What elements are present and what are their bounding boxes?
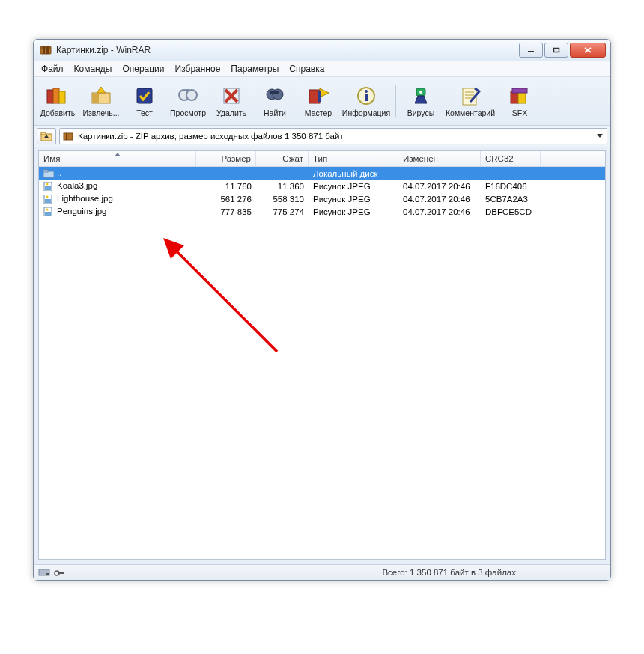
file-row[interactable]: Koala3.jpg11 76011 360Рисунок JPEG04.07.…: [39, 180, 605, 192]
tb-sfx[interactable]: SFX: [499, 82, 541, 120]
cell-size: 11 760: [196, 182, 256, 191]
column-header-packed[interactable]: Сжат: [256, 151, 309, 166]
svg-rect-8: [47, 90, 53, 103]
path-combo[interactable]: Картинки.zip - ZIP архив, размер исходны…: [59, 128, 607, 144]
menubar: Файл Команды Операции Избранное Параметр…: [34, 61, 610, 77]
menu-file[interactable]: Файл: [41, 64, 64, 74]
books-icon: [46, 85, 70, 107]
close-button[interactable]: [570, 43, 606, 58]
tb-add-label: Добавить: [40, 109, 75, 117]
info-icon: [354, 85, 378, 107]
svg-rect-24: [309, 90, 320, 103]
wizard-icon: [306, 85, 330, 107]
tb-extract-label: Извлечь...: [82, 109, 119, 117]
pathbar: Картинки.zip - ZIP архив, размер исходны…: [34, 126, 610, 147]
tb-delete[interactable]: Удалить: [210, 82, 252, 120]
view-icon: [176, 85, 200, 107]
svg-point-31: [419, 91, 422, 94]
tb-view-label: Просмотр: [170, 109, 206, 117]
file-list: ИмяРазмерСжатТипИзменёнCRC32 ..Локальный…: [38, 150, 606, 560]
cell-name: ..: [39, 168, 196, 178]
file-rows: ..Локальный дискKoala3.jpg11 76011 360Ри…: [39, 167, 605, 559]
menu-tools[interactable]: Операции: [122, 64, 164, 74]
parent-dir-row[interactable]: ..Локальный диск: [39, 167, 605, 180]
tb-virus-label: Вирусы: [407, 109, 435, 117]
cell-packed: 775 274: [256, 207, 309, 216]
cell-packed: 11 360: [256, 182, 309, 191]
tb-find[interactable]: Найти: [254, 82, 296, 120]
minimize-button[interactable]: [519, 43, 543, 58]
svg-rect-1: [40, 46, 51, 49]
svg-point-16: [186, 90, 197, 100]
archive-icon: [63, 131, 73, 141]
svg-rect-43: [66, 133, 67, 140]
column-header-size[interactable]: Размер: [196, 151, 256, 166]
window-title: Картинки.zip - WinRAR: [56, 45, 151, 55]
column-header-row: ИмяРазмерСжатТипИзменёнCRC32: [39, 151, 605, 167]
tb-add[interactable]: Добавить: [37, 82, 79, 120]
find-icon: [263, 85, 287, 107]
up-button[interactable]: [37, 128, 56, 144]
toolbar-separator: [395, 85, 396, 117]
svg-point-28: [365, 90, 368, 93]
tb-find-label: Найти: [264, 109, 286, 117]
svg-rect-10: [59, 91, 65, 103]
sort-asc-icon: [115, 153, 121, 156]
cell-packed: 558 310: [256, 195, 309, 204]
tb-extract[interactable]: Извлечь...: [80, 82, 122, 120]
cell-modified: 04.07.2017 20:46: [398, 195, 481, 204]
status-total: Всего: 1 350 871 байт в 3 файлах: [382, 568, 516, 577]
maximize-button[interactable]: [544, 43, 568, 58]
column-header-modified[interactable]: Изменён: [398, 151, 481, 166]
chevron-down-icon[interactable]: [595, 130, 605, 142]
virus-icon: [409, 85, 433, 107]
tb-sfx-label: SFX: [512, 109, 527, 117]
column-header-crc[interactable]: CRC32: [481, 151, 541, 166]
tb-wizard[interactable]: Мастер: [297, 82, 339, 120]
cell-crc: F16DC406: [481, 182, 541, 191]
file-row[interactable]: Penguins.jpg777 835775 274Рисунок JPEG04…: [39, 205, 605, 218]
cell-type: Рисунок JPEG: [309, 195, 398, 204]
menu-options[interactable]: Параметры: [231, 64, 279, 74]
column-header-name[interactable]: Имя: [39, 151, 196, 166]
svg-point-56: [46, 208, 49, 210]
svg-point-53: [46, 195, 49, 198]
tb-wizard-label: Мастер: [305, 109, 332, 117]
svg-rect-13: [93, 94, 99, 103]
disk-icon: [38, 568, 50, 577]
svg-point-50: [46, 183, 49, 185]
tb-test[interactable]: Тест: [124, 82, 165, 120]
file-row[interactable]: Lighthouse.jpg561 276558 310Рисунок JPEG…: [39, 192, 605, 205]
app-icon: [40, 44, 52, 56]
comment-icon: [458, 85, 482, 107]
image-file-icon: [43, 195, 54, 204]
svg-rect-29: [365, 94, 368, 101]
svg-rect-14: [137, 88, 152, 103]
titlebar: Картинки.zip - WinRAR: [34, 40, 610, 61]
tb-delete-label: Удалить: [216, 109, 246, 117]
svg-rect-23: [270, 91, 279, 94]
cell-type: Рисунок JPEG: [309, 182, 398, 191]
tb-comment-label: Комментарий: [446, 109, 495, 117]
svg-rect-60: [58, 572, 64, 574]
tb-view[interactable]: Просмотр: [167, 82, 209, 120]
column-header-type[interactable]: Тип: [309, 151, 398, 166]
tb-info[interactable]: Информация: [341, 82, 392, 120]
tb-test-label: Тест: [136, 109, 153, 117]
menu-favorites[interactable]: Избранное: [175, 64, 221, 74]
image-file-icon: [43, 207, 54, 216]
svg-rect-5: [554, 49, 559, 52]
svg-rect-42: [64, 133, 73, 140]
cell-type: Локальный диск: [309, 169, 398, 178]
delete-icon: [219, 85, 243, 107]
svg-rect-26: [318, 91, 321, 102]
tb-comment[interactable]: Комментарий: [443, 82, 497, 120]
menu-commands[interactable]: Команды: [74, 64, 112, 74]
tb-virus[interactable]: Вирусы: [400, 82, 442, 120]
menu-help[interactable]: Справка: [289, 64, 324, 74]
cell-crc: DBFCE5CD: [481, 207, 541, 216]
svg-rect-3: [46, 46, 49, 54]
cell-modified: 04.07.2017 20:46: [398, 182, 481, 191]
svg-rect-58: [46, 573, 49, 575]
test-icon: [133, 85, 157, 107]
